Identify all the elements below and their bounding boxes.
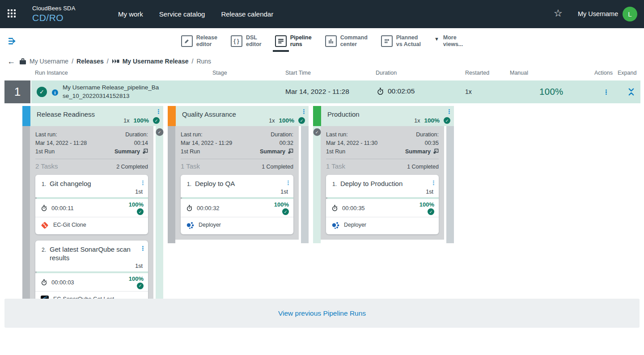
gate-status-icon[interactable] [313, 128, 321, 136]
gate-status-icon[interactable] [156, 128, 163, 136]
stage-right-lane [301, 126, 309, 243]
view-command-center[interactable]: Commandcenter [325, 34, 368, 48]
pipeline-runs-lines-icon [275, 35, 287, 47]
user-avatar[interactable]: L [623, 7, 637, 21]
stopwatch-icon [41, 279, 47, 286]
stage-left-lane [168, 126, 175, 243]
top-navigation-bar: CloudBees SDA CD/RO My work Service cata… [0, 0, 644, 28]
task-ordinal: 1st [181, 188, 293, 197]
collapse-run-icon[interactable] [627, 88, 636, 98]
nav-release-calendar[interactable]: Release calendar [221, 10, 273, 18]
stage-success-check-icon [153, 117, 160, 124]
stage-restart-count: 1x [123, 118, 129, 124]
run-name: My Username Release_pipeline_Base_10_202… [63, 84, 174, 101]
pipeline-run-row[interactable]: 1 i My Username Release_pipeline_Base_10… [4, 80, 640, 103]
col-run-instance: Run Instance [35, 70, 68, 76]
stage-body: Last run: Mar 14, 2022 - 11:28 1st Run D… [30, 126, 153, 320]
crumb-project[interactable]: My Username [30, 58, 68, 65]
crumb-runs: Runs [196, 58, 211, 65]
summary-export-icon [142, 148, 148, 154]
task-card[interactable]: 1. Deploy to QA 1st 00:00:32 [181, 175, 293, 234]
task-ordinal: 1st [35, 262, 148, 271]
task-menu-kebab-icon[interactable] [142, 180, 144, 186]
stage-column-release-readiness: Release Readiness 1x 100% Last run: Mar … [22, 106, 163, 324]
stage-right-lane [156, 126, 163, 324]
run-actions-kebab-icon[interactable] [606, 89, 607, 96]
nav-service-catalog[interactable]: Service catalog [159, 10, 205, 18]
favorites-star-icon[interactable]: ☆ [554, 8, 563, 19]
task-progress: 100% [129, 201, 144, 208]
stage-last-run-time: Mar 14, 2022 - 11:30 [326, 139, 377, 148]
summary-export-icon [288, 148, 293, 154]
nav-my-work[interactable]: My work [118, 10, 143, 18]
top-nav: My work Service catalog Release calendar [118, 0, 273, 28]
stopwatch-icon [331, 205, 338, 211]
col-expand: Expand [618, 70, 636, 76]
stage-column-quality-assurance: Quality Assurance 1x 100% Last run: Mar … [168, 106, 309, 243]
run-index: 1 [4, 80, 30, 103]
stage-restart-count: 1x [414, 118, 420, 124]
stage-header: Release Readiness 1x 100% [22, 106, 163, 126]
col-stage: Stage [212, 70, 227, 76]
pipeline-runs-page: CloudBees SDA CD/RO My work Service cata… [0, 0, 644, 355]
stage-color-tab [22, 106, 30, 126]
back-arrow-icon[interactable]: ← [7, 57, 15, 65]
stage-summary-link[interactable]: Summary [260, 148, 293, 156]
task-menu-kebab-icon[interactable] [433, 180, 434, 186]
view-release-editor[interactable]: Releaseeditor [181, 34, 217, 48]
username-label[interactable]: My Username [578, 10, 618, 17]
more-views-menu[interactable]: ▼ Moreviews... [434, 34, 463, 48]
task-success-check-icon [137, 208, 144, 215]
stage-progress: 100% [279, 117, 294, 124]
tasks-completed: 1 Completed [407, 164, 439, 170]
stage-menu-kebab-icon[interactable] [449, 109, 450, 114]
view-planned-vs-actual[interactable]: Plannedvs Actual [381, 34, 421, 48]
view-pipeline-runs[interactable]: Pipelineruns [275, 34, 312, 48]
col-duration: Duration [376, 70, 397, 76]
stage-summary-link[interactable]: Summary [114, 148, 148, 156]
stage-summary-link[interactable]: Summary [405, 148, 439, 156]
dsl-editor-braces-icon: { } [231, 35, 242, 47]
task-card[interactable]: 1. Git changelog 1st 00:00:11 [35, 175, 148, 234]
breadcrumb: ← My Username / Releases / My Username R… [7, 57, 211, 65]
task-ordinal: 1st [326, 188, 439, 197]
task-progress-bar [181, 197, 293, 199]
run-progress: 100% [539, 86, 564, 97]
brand-logo[interactable]: CloudBees SDA CD/RO [32, 5, 76, 23]
deployer-icon [331, 221, 339, 229]
stage-title: Release Readiness [37, 110, 95, 118]
release-editor-pencil-icon [181, 35, 193, 47]
stage-last-run-time: Mar 14, 2022 - 11:29 [181, 139, 232, 148]
tasks-completed: 2 Completed [116, 164, 148, 170]
task-menu-kebab-icon[interactable] [142, 245, 144, 251]
crumb-release-name[interactable]: My Username Release [123, 58, 189, 65]
run-success-check-icon [37, 87, 47, 97]
task-plugin-name: Deployer [344, 221, 366, 228]
stage-column-production: Production 1x 100% Last run: Mar 14, 202… [313, 106, 454, 243]
task-card[interactable]: 1. Deploy to Production 1st 00:00:35 [326, 175, 439, 234]
stage-menu-kebab-icon[interactable] [303, 109, 305, 114]
task-plugin-name: EC-Git Clone [53, 221, 86, 228]
task-title: Deploy to QA [195, 180, 288, 188]
git-icon [41, 221, 49, 229]
pipeline-icon [112, 59, 119, 64]
task-menu-kebab-icon[interactable] [288, 180, 289, 186]
tasks-count: 2 Tasks [35, 162, 58, 170]
view-dsl-editor[interactable]: { } DSLeditor [231, 34, 262, 48]
tasks-count: 1 Task [181, 162, 200, 170]
stage-menu-kebab-icon[interactable] [158, 109, 159, 114]
task-progress-bar [35, 271, 148, 274]
task-plugin-name: Deployer [199, 221, 221, 228]
stage-color-tab [313, 106, 321, 126]
run-info-icon[interactable]: i [52, 89, 58, 96]
stage-progress: 100% [424, 117, 440, 124]
stopwatch-icon [377, 88, 384, 95]
summary-export-icon [433, 148, 439, 154]
crumb-releases[interactable]: Releases [76, 58, 104, 65]
stage-last-run-time: Mar 14, 2022 - 11:28 [35, 139, 87, 148]
task-success-check-icon [137, 283, 144, 289]
task-progress: 100% [419, 201, 434, 208]
task-progress: 100% [129, 275, 144, 282]
app-switcher-waffle-icon[interactable] [8, 9, 17, 19]
view-previous-runs-link[interactable]: View previous Pipeline Runs [278, 309, 366, 317]
